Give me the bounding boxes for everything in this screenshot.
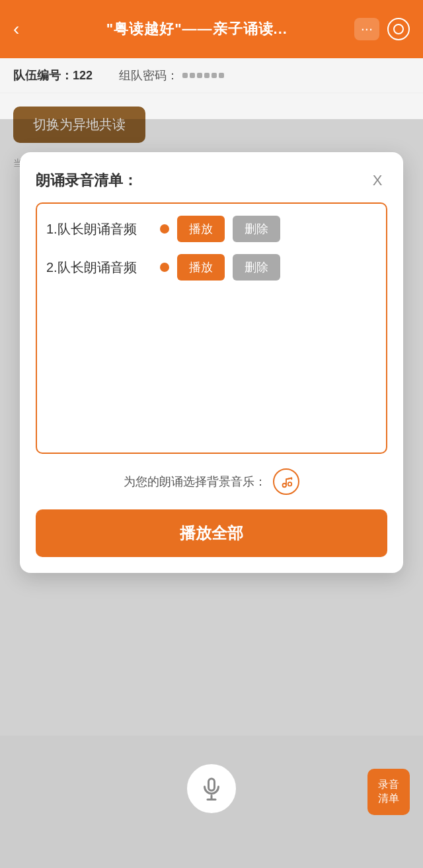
team-number-label: 队伍编号：122: [13, 67, 93, 83]
music-icon-button[interactable]: [273, 468, 299, 495]
nav-actions: ···: [354, 18, 410, 40]
code-dot-2: [190, 73, 195, 78]
code-dot-5: [212, 73, 217, 78]
delete-button-2[interactable]: 删除: [233, 254, 280, 281]
more-button[interactable]: ···: [354, 18, 379, 40]
music-selection: 为您的朗诵选择背景音乐：: [36, 468, 387, 495]
record-circle-icon[interactable]: [387, 18, 410, 40]
team-bar: 队伍编号：122 组队密码：: [0, 58, 423, 93]
recording-badge-line1: 录音: [378, 778, 399, 792]
mic-icon: [200, 777, 223, 801]
modal-header: 朗诵录音清单： X: [36, 171, 387, 191]
svg-point-1: [288, 482, 292, 486]
recording-label-1: 1.队长朗诵音频: [46, 220, 152, 238]
modal-title: 朗诵录音清单：: [36, 171, 137, 191]
play-button-2[interactable]: 播放: [177, 254, 225, 281]
svg-rect-2: [209, 779, 215, 791]
code-dot-3: [197, 73, 202, 78]
back-button[interactable]: ‹: [13, 19, 40, 40]
delete-button-1[interactable]: 删除: [233, 216, 280, 242]
team-code-label: 组队密码：: [119, 67, 224, 83]
mic-button[interactable]: [185, 762, 238, 815]
recording-list-box: 1.队长朗诵音频 播放 删除 2.队长朗诵音频 播放 删除: [36, 202, 387, 454]
play-all-button[interactable]: 播放全部: [36, 509, 387, 557]
recording-status-dot-1: [160, 224, 169, 234]
recording-list-modal: 朗诵录音清单： X 1.队长朗诵音频 播放 删除 2.队长朗诵音频 播放 删除 …: [20, 152, 403, 573]
play-button-1[interactable]: 播放: [177, 216, 225, 242]
code-dot-4: [204, 73, 210, 78]
code-dot-1: [182, 73, 188, 78]
music-selection-label: 为您的朗诵选择背景音乐：: [124, 474, 266, 490]
page-title: "粤读越好"——亲子诵读...: [40, 19, 354, 39]
recording-badge-line2: 清单: [378, 792, 399, 806]
modal-close-button[interactable]: X: [367, 171, 387, 191]
recording-item-1: 1.队长朗诵音频 播放 删除: [46, 216, 377, 242]
code-dots: [182, 73, 224, 78]
recording-list-badge[interactable]: 录音 清单: [367, 769, 410, 815]
code-dot-6: [219, 73, 224, 78]
recording-item-2: 2.队长朗诵音频 播放 删除: [46, 254, 377, 281]
recording-label-2: 2.队长朗诵音频: [46, 259, 152, 277]
top-nav: ‹ "粤读越好"——亲子诵读... ···: [0, 0, 423, 58]
recording-status-dot-2: [160, 263, 169, 272]
